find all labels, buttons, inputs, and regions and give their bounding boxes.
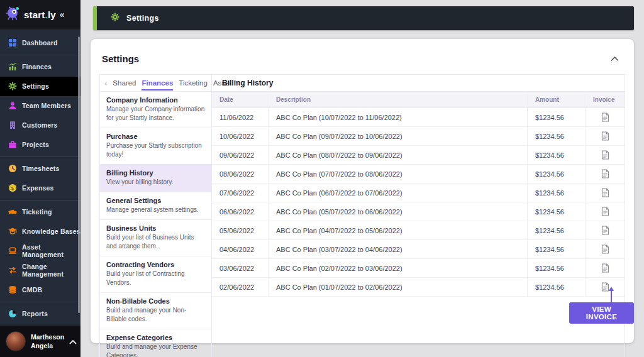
bar-chart-icon: [8, 62, 17, 71]
tickets-icon: [8, 207, 17, 216]
cell-amount: $1234.56: [528, 278, 586, 297]
pane-title: Billing History: [212, 75, 625, 92]
sidebar-item-reports[interactable]: Reports: [0, 304, 80, 324]
sidebar-item-settings[interactable]: Settings: [0, 77, 80, 96]
tabs-bar: ‹ SharedFinancesTicketingAsset›: [100, 75, 212, 92]
sidebar-item-label: Dashboard: [22, 39, 58, 47]
invoice-document-icon[interactable]: [586, 165, 625, 184]
cell-date: 05/06/2022: [212, 221, 269, 240]
settings-menu-item-non-billable-codes[interactable]: Non-Billable CodesBuild and manage your …: [100, 293, 211, 329]
sidebar-item-label: Knowledge Bases: [22, 228, 80, 235]
collapse-panel-icon[interactable]: [607, 52, 623, 65]
invoice-document-icon[interactable]: [586, 184, 625, 202]
menu-item-description: View your billing history.: [106, 178, 205, 187]
sidebar-item-cmdb[interactable]: CMDB: [0, 280, 80, 300]
sidebar-item-label: Change Management: [22, 263, 80, 278]
sidebar-collapse-icon[interactable]: «: [60, 9, 65, 19]
table-row: 05/06/2022ABC Co Plan (04/07/2022 to 05/…: [212, 221, 625, 240]
menu-item-description: Build and manage your Non-Billable codes…: [106, 306, 205, 324]
cell-description: ABC Co Plan (10/07/2022 to 11/06/2022): [269, 108, 528, 127]
cell-description: ABC Co Plan (01/07/2022 to 02/06/2022): [269, 278, 528, 297]
sidebar-item-finances[interactable]: Finances: [0, 57, 80, 77]
settings-menu-item-billing-history[interactable]: Billing HistoryView your billing history…: [100, 165, 211, 192]
table-header-row: DateDescriptionAmountInvoice: [212, 92, 625, 108]
logo-area[interactable]: start.ly «: [0, 0, 80, 30]
clock-icon: [8, 164, 17, 173]
cell-description: ABC Co Plan (04/07/2022 to 05/06/2022): [269, 221, 528, 240]
invoice-document-icon[interactable]: [586, 240, 625, 259]
sidebar-item-label: Team Members: [22, 102, 71, 109]
invoice-document-icon[interactable]: [586, 146, 625, 165]
invoice-document-icon[interactable]: [586, 259, 625, 278]
sidebar-item-timesheets[interactable]: Timesheets: [0, 159, 80, 178]
menu-item-description: Build your list of Business Units and ar…: [106, 233, 205, 251]
sidebar-item-dashboard[interactable]: Dashboard: [0, 33, 80, 53]
cell-amount: $1234.56: [528, 259, 586, 278]
laptop-icon: [8, 246, 17, 255]
sidebar-item-customers[interactable]: Customers: [0, 116, 80, 135]
nav-group: TicketingKnowledge BasesAsset Management…: [0, 200, 80, 302]
cell-date: 02/06/2022: [212, 278, 269, 297]
graduation-cap-icon: [8, 227, 17, 236]
cell-description: ABC Co Plan (09/07/2022 to 10/06/2022): [269, 127, 528, 146]
swap-arrows-icon: [8, 266, 17, 275]
cell-amount: $1234.56: [528, 108, 586, 127]
coin-icon: $: [8, 184, 17, 192]
settings-menu-item-company-information[interactable]: Company InformationManage your Company i…: [100, 92, 211, 128]
settings-menu-item-general-settings[interactable]: General SettingsManage general system se…: [100, 192, 211, 220]
table-row: 11/06/2022ABC Co Plan (10/07/2022 to 11/…: [212, 108, 625, 127]
menu-item-title: Company Information: [106, 96, 205, 104]
sidebar-item-change-management[interactable]: Change Management: [0, 261, 80, 280]
nav-group: Timesheets$Expenses: [0, 157, 80, 200]
tab-shared[interactable]: Shared: [113, 75, 136, 91]
settings-menu-item-contracting-vendors[interactable]: Contracting VendorsBuild your list of Co…: [100, 256, 211, 293]
menu-item-title: General Settings: [106, 197, 205, 204]
column-header-description: Description: [269, 92, 528, 108]
column-header-date: Date: [212, 92, 269, 108]
column-header-amount: Amount: [528, 92, 586, 108]
view-invoice-button[interactable]: VIEW INVOICE: [569, 302, 634, 324]
settings-menu-item-expense-categories[interactable]: Expense CategoriesBuild and manage your …: [100, 329, 211, 357]
menu-item-title: Purchase: [106, 133, 205, 140]
settings-menu-item-business-units[interactable]: Business UnitsBuild your list of Busines…: [100, 220, 211, 256]
settings-card: Settings ‹ SharedFinancesTicketingAsset›…: [91, 39, 634, 343]
sidebar-item-projects[interactable]: Projects: [0, 135, 80, 155]
sidebar-item-label: Settings: [22, 82, 49, 90]
svg-text:$: $: [11, 185, 14, 191]
menu-item-title: Contracting Vendors: [106, 261, 205, 268]
sidebar-item-asset-management[interactable]: Asset Management: [0, 241, 80, 261]
briefcase-icon: [8, 140, 17, 149]
sidebar-item-label: CMDB: [22, 286, 42, 294]
cell-amount: $1234.56: [528, 202, 586, 221]
tab-ticketing[interactable]: Ticketing: [179, 75, 208, 91]
sidebar-item-ticketing[interactable]: Ticketing: [0, 202, 80, 222]
settings-menu-item-purchase[interactable]: PurchasePurchase your Startly subscripti…: [100, 128, 211, 165]
table-row: 06/06/2022ABC Co Plan (05/07/2022 to 06/…: [212, 202, 625, 221]
sidebar-item-expenses[interactable]: $Expenses: [0, 178, 80, 198]
user-profile[interactable]: Martheson Angela: [0, 326, 80, 357]
cell-date: 07/06/2022: [212, 184, 269, 202]
cell-amount: $1234.56: [528, 184, 586, 202]
invoice-document-icon[interactable]: [586, 108, 625, 127]
menu-item-description: Build your list of Contracting Vendors.: [106, 270, 205, 287]
main-area: Settings Settings ‹ SharedFinancesTicket…: [80, 0, 644, 357]
invoice-document-icon[interactable]: [586, 221, 625, 240]
sidebar-item-knowledge-bases[interactable]: Knowledge Bases: [0, 222, 80, 241]
sidebar-item-label: Timesheets: [22, 165, 60, 172]
nav-group: Reports: [0, 302, 80, 326]
person-icon: [8, 101, 17, 110]
invoice-document-icon[interactable]: [586, 127, 625, 146]
invoice-document-icon[interactable]: [586, 278, 625, 297]
cell-date: 03/06/2022: [212, 259, 269, 278]
sidebar-item-team-members[interactable]: Team Members: [0, 96, 80, 116]
invoice-document-icon[interactable]: [586, 202, 625, 221]
settings-menu: Company InformationManage your Company i…: [100, 92, 212, 357]
sidebar-scrollbar[interactable]: [78, 36, 80, 313]
tab-finances[interactable]: Finances: [142, 75, 173, 91]
chevron-up-icon[interactable]: [69, 336, 77, 347]
column-header-invoice: Invoice: [586, 92, 625, 108]
tabs-scroll-left-icon[interactable]: ‹: [104, 79, 107, 87]
sidebar-item-label: Finances: [22, 63, 52, 70]
menu-item-description: Manage general system settings.: [106, 206, 205, 214]
table-row: 03/06/2022ABC Co Plan (02/07/2022 to 03/…: [212, 259, 625, 278]
